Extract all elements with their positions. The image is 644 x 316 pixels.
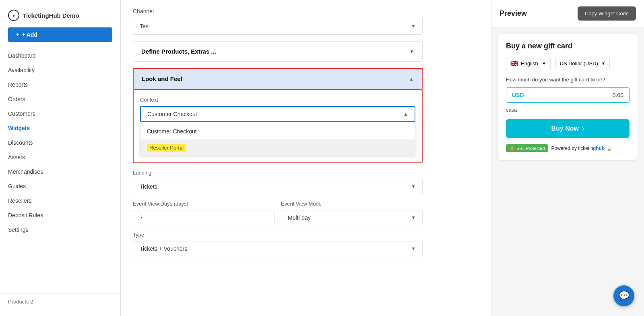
sidebar-item-resellers[interactable]: Resellers: [0, 193, 120, 208]
channel-section: Channel Test ▼: [133, 8, 423, 35]
preview-panel: Preview Copy Widget Code Buy a new gift …: [491, 0, 644, 316]
buy-now-button[interactable]: Buy Now ›: [506, 119, 630, 138]
context-option-customer-checkout[interactable]: Customer Checkout: [140, 123, 415, 139]
language-label: English: [521, 60, 538, 67]
usd-label: USD: [506, 88, 530, 102]
channel-select[interactable]: Test ▼: [133, 18, 423, 35]
landing-select[interactable]: Tickets ▼: [133, 179, 423, 194]
look-and-feel-header[interactable]: Look and Feel ▲: [133, 68, 423, 89]
powered-by-text: Powered by ticketinghub 🍃: [551, 146, 612, 151]
sidebar-item-dashboard[interactable]: Dashboard: [0, 48, 120, 63]
leaf-icon: 🍃: [606, 146, 612, 151]
event-view-row: Event View Days (days) Event View Mode M…: [133, 201, 423, 225]
main-content: Channel Test ▼ Define Products, Extras .…: [121, 0, 491, 316]
sidebar-item-widgets[interactable]: Widgets: [0, 121, 120, 135]
language-selector[interactable]: 🇬🇧 English ▼: [506, 57, 551, 70]
placeholder-text: sasa: [506, 107, 630, 113]
context-select[interactable]: Customer Checkout ▲: [140, 106, 415, 122]
define-products-header[interactable]: Define Products, Extras ... ▼: [133, 42, 422, 61]
type-label: Type: [133, 232, 423, 238]
reseller-tag: Reseller Portal: [147, 144, 186, 152]
chevron-down-icon: ▼: [411, 23, 416, 29]
chevron-down-icon: ▼: [411, 246, 416, 252]
preview-title: Preview: [500, 9, 527, 18]
sidebar-item-availability[interactable]: Availability: [0, 63, 120, 77]
flag-icon: 🇬🇧: [510, 60, 518, 67]
chevron-down-icon: ▼: [411, 215, 416, 220]
usd-amount: 0.00: [530, 88, 629, 102]
type-value: Tickets + Vouchers: [140, 245, 187, 252]
sidebar-item-deposit-rules[interactable]: Deposit Rules: [0, 208, 120, 222]
sidebar-item-discounts[interactable]: Discounts: [0, 135, 120, 150]
chevron-down-icon: ▼: [601, 61, 605, 66]
type-section: Type Tickets + Vouchers ▼: [133, 232, 423, 256]
chat-icon: 💬: [619, 291, 630, 301]
sidebar-item-merchandises[interactable]: Merchandises: [0, 164, 120, 179]
sidebar-item-settings[interactable]: Settings: [0, 222, 120, 237]
preview-selectors: 🇬🇧 English ▼ US Dollar (USD) ▼: [506, 57, 630, 70]
channel-label: Channel: [133, 8, 423, 15]
add-button[interactable]: + + Add: [8, 27, 112, 42]
context-value: Customer Checkout: [147, 111, 197, 117]
event-view-days-section: Event View Days (days): [133, 201, 275, 225]
chat-bubble[interactable]: 💬: [613, 285, 634, 306]
sidebar: ● TicketingHub Demo + + Add Dashboard Av…: [0, 0, 121, 316]
sidebar-footer: Products 2: [0, 293, 120, 310]
sidebar-nav: Dashboard Availability Reports Orders Cu…: [0, 48, 120, 237]
buy-now-label: Buy Now: [551, 125, 579, 132]
chevron-up-icon: ▲: [403, 111, 408, 117]
usd-input-row: USD 0.00: [506, 87, 630, 103]
plus-icon: +: [16, 31, 19, 38]
logo-icon: ●: [8, 10, 19, 21]
context-label: Context: [140, 97, 415, 103]
sidebar-item-customers[interactable]: Customers: [0, 106, 120, 121]
preview-question: How much do you want the gift card to be…: [506, 77, 630, 83]
app-name: TicketingHub Demo: [23, 12, 79, 19]
event-view-mode-section: Event View Mode Multi-day ▼: [281, 201, 423, 225]
landing-value: Tickets: [140, 183, 157, 190]
sidebar-item-guides[interactable]: Guides: [0, 179, 120, 193]
chevron-down-icon: ▼: [409, 49, 414, 54]
sidebar-item-orders[interactable]: Orders: [0, 92, 120, 106]
currency-selector[interactable]: US Dollar (USD) ▼: [555, 58, 610, 69]
event-view-days-input[interactable]: [133, 210, 275, 225]
ssl-row: 🔒 SSL Protected Powered by ticketinghub …: [506, 144, 630, 152]
look-and-feel-accordion: Look and Feel ▲: [133, 68, 423, 89]
preview-header: Preview Copy Widget Code: [491, 0, 644, 27]
event-view-days-label: Event View Days (days): [133, 201, 275, 207]
type-select[interactable]: Tickets + Vouchers ▼: [133, 241, 423, 256]
context-option-reseller-portal[interactable]: Reseller Portal: [140, 139, 415, 156]
preview-card: Buy a new gift card 🇬🇧 English ▼ US Doll…: [498, 34, 638, 160]
ssl-badge: 🔒 SSL Protected: [506, 144, 548, 152]
define-products-accordion: Define Products, Extras ... ▼: [133, 41, 423, 62]
event-view-mode-select[interactable]: Multi-day ▼: [281, 210, 423, 225]
landing-section: Landing Tickets ▼: [133, 170, 423, 194]
arrow-right-icon: ›: [582, 125, 584, 132]
look-and-feel-label: Look and Feel: [142, 75, 182, 82]
chevron-down-icon: ▼: [411, 184, 416, 189]
sidebar-item-assets[interactable]: Assets: [0, 150, 120, 164]
context-area: Context Customer Checkout ▲ Customer Che…: [133, 89, 423, 163]
channel-value: Test: [140, 23, 150, 29]
app-logo: ● TicketingHub Demo: [0, 6, 120, 27]
preview-card-title: Buy a new gift card: [506, 42, 630, 50]
lock-icon: 🔒: [509, 146, 515, 151]
copy-widget-button[interactable]: Copy Widget Code: [578, 6, 636, 21]
event-view-mode-label: Event View Mode: [281, 201, 423, 207]
event-view-mode-value: Multi-day: [288, 214, 311, 221]
add-button-label: + Add: [22, 31, 37, 38]
chevron-up-icon: ▲: [409, 76, 414, 82]
chevron-down-icon: ▼: [542, 61, 546, 66]
sidebar-item-reports[interactable]: Reports: [0, 77, 120, 92]
currency-label: US Dollar (USD): [560, 60, 598, 67]
landing-label: Landing: [133, 170, 423, 176]
context-dropdown: Customer Checkout Reseller Portal: [140, 123, 415, 156]
define-products-label: Define Products, Extras ...: [141, 48, 216, 55]
